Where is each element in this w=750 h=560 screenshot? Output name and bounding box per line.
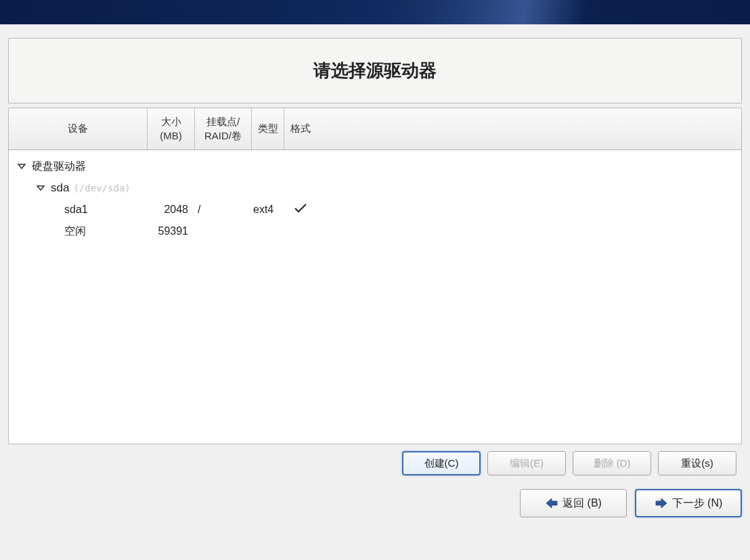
create-button[interactable]: 创建(C)	[402, 451, 481, 475]
partition-size: 2048	[148, 204, 195, 216]
check-icon	[294, 203, 307, 217]
tree-row-root[interactable]: 硬盘驱动器	[9, 156, 741, 177]
header-size[interactable]: 大小 (MB)	[148, 108, 195, 149]
tree-row-partition[interactable]: 空闲 59391	[9, 220, 741, 242]
root-label: 硬盘驱动器	[32, 160, 86, 174]
table-header: 设备 大小 (MB) 挂载点/ RAID/卷 类型 格式	[9, 108, 741, 150]
header-format[interactable]: 格式	[284, 108, 317, 149]
disk-path: (/dev/sda)	[73, 183, 130, 193]
partition-type: ext4	[252, 204, 284, 216]
tree-row-partition[interactable]: sda1 2048 / ext4	[9, 199, 741, 220]
partition-format	[284, 203, 317, 217]
header-type[interactable]: 类型	[252, 108, 284, 149]
next-button[interactable]: 下一步 (N)	[635, 489, 742, 517]
expander-icon[interactable]	[36, 183, 45, 193]
top-banner	[0, 0, 750, 24]
partition-size: 59391	[148, 225, 195, 237]
partition-name: 空闲	[64, 225, 86, 239]
main-container: 请选择源驱动器 设备 大小 (MB) 挂载点/ RAID/卷 类型 格式 硬盘驱…	[0, 24, 750, 484]
partition-table-panel: 设备 大小 (MB) 挂载点/ RAID/卷 类型 格式 硬盘驱动器	[8, 108, 742, 444]
delete-button: 删除 (D)	[573, 451, 651, 475]
edit-button: 编辑(E)	[487, 451, 566, 475]
header-mount[interactable]: 挂载点/ RAID/卷	[195, 108, 252, 149]
tree-body: 硬盘驱动器 sda (/dev/sda) sda1 2048 / ext	[9, 150, 741, 242]
action-buttons-row: 创建(C) 编辑(E) 删除 (D) 重设(s)	[8, 444, 742, 478]
partition-name: sda1	[64, 204, 88, 216]
expander-icon[interactable]	[17, 162, 26, 171]
title-panel: 请选择源驱动器	[8, 38, 742, 103]
next-label: 下一步 (N)	[672, 496, 723, 511]
header-device[interactable]: 设备	[9, 108, 148, 149]
arrow-left-icon	[545, 498, 558, 509]
partition-mount: /	[195, 204, 252, 216]
navigation-row: 返回 (B) 下一步 (N)	[0, 484, 750, 527]
tree-row-disk[interactable]: sda (/dev/sda)	[9, 177, 741, 199]
reset-button[interactable]: 重设(s)	[658, 451, 736, 475]
back-label: 返回 (B)	[562, 496, 602, 511]
page-title: 请选择源驱动器	[9, 59, 741, 83]
arrow-right-icon	[655, 498, 668, 509]
disk-name: sda	[51, 181, 69, 195]
back-button[interactable]: 返回 (B)	[520, 489, 627, 517]
